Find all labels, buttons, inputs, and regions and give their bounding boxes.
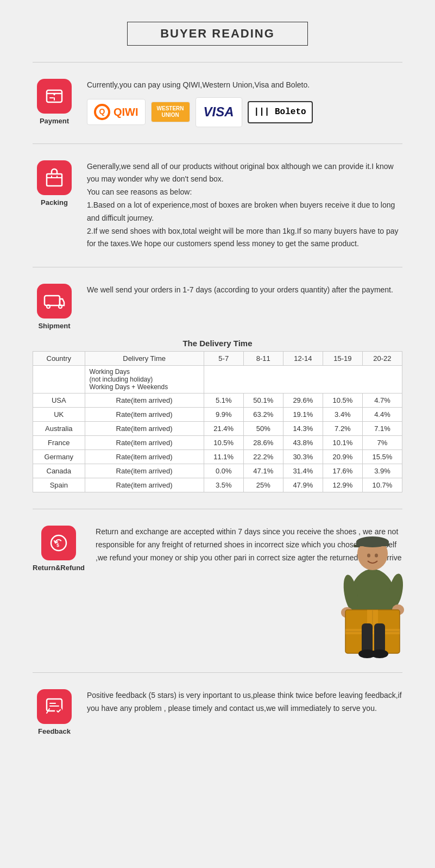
table-row: SpainRate(item arrived)3.5%25%47.9%12.9%… bbox=[33, 478, 402, 492]
feedback-label: Feedback bbox=[38, 727, 71, 735]
page-title: BUYER READING bbox=[127, 22, 308, 46]
divider-1 bbox=[33, 62, 402, 63]
page: BUYER READING Payment Currently,you can bbox=[0, 0, 435, 752]
payment-label: Payment bbox=[40, 117, 69, 125]
boleto-logo: ||| Boleto bbox=[248, 101, 313, 123]
payment-text: Currently,you can pay using QIWI,Western… bbox=[87, 79, 402, 92]
table-cell-value: 4.4% bbox=[362, 408, 402, 422]
shipment-top: Shipment We well send your orders in 1-7… bbox=[33, 284, 402, 330]
table-cell-rate: Rate(item arrived) bbox=[85, 394, 204, 408]
svg-rect-1 bbox=[47, 174, 62, 186]
shipment-text1: We well send your orders in 1-7 days (ac… bbox=[87, 284, 402, 297]
visa-logo: VISA bbox=[196, 97, 242, 127]
return-refund-section: $ Return&Refund Return and exchange are … bbox=[0, 520, 435, 629]
table-cell-value: 3.9% bbox=[362, 464, 402, 478]
packing-text2: You can see reasons as below: bbox=[87, 186, 402, 199]
table-row: GermanyRate(item arrived)11.1%22.2%30.3%… bbox=[33, 450, 402, 464]
table-cell-value: 50.1% bbox=[243, 394, 283, 408]
table-cell-country: Canada bbox=[33, 464, 85, 478]
divider-2 bbox=[33, 143, 402, 144]
packing-top: Packing Generally,we send all of our pro… bbox=[33, 160, 402, 251]
packing-icon bbox=[37, 160, 72, 195]
feedback-icon bbox=[37, 689, 72, 724]
table-cell-value: 10.5% bbox=[204, 436, 243, 450]
table-row: UKRate(item arrived)9.9%63.2%19.1%3.4%4.… bbox=[33, 408, 402, 422]
packing-icon-block: Packing bbox=[33, 160, 76, 207]
feedback-icon-block: Feedback bbox=[33, 689, 76, 735]
header-section: BUYER READING bbox=[0, 11, 435, 51]
svg-text:$: $ bbox=[56, 542, 59, 548]
packing-text1: Generally,we send all of our products wi… bbox=[87, 160, 402, 186]
payment-icon bbox=[37, 79, 72, 114]
feedback-text: Positive feedback (5 stars) is very inpo… bbox=[87, 689, 402, 715]
delivery-person-svg bbox=[326, 515, 419, 661]
table-cell-value: 7.2% bbox=[323, 422, 362, 436]
table-subheader-working-days: Working Days(not including holiday)Worki… bbox=[85, 366, 204, 394]
svg-point-12 bbox=[367, 554, 370, 558]
table-subheader-country bbox=[33, 366, 85, 394]
qiwi-text: QIWI bbox=[114, 103, 138, 121]
table-cell-value: 3.4% bbox=[323, 408, 362, 422]
shipment-icon-block: Shipment bbox=[33, 284, 76, 330]
svg-rect-24 bbox=[362, 623, 373, 653]
table-cell-value: 63.2% bbox=[243, 408, 283, 422]
svg-point-3 bbox=[47, 305, 50, 308]
table-cell-value: 0.0% bbox=[204, 464, 243, 478]
table-cell-value: 15.5% bbox=[362, 450, 402, 464]
shipment-section: Shipment We well send your orders in 1-7… bbox=[0, 278, 435, 498]
western-union-logo: WESTERNUNION bbox=[151, 102, 190, 122]
table-cell-value: 43.8% bbox=[283, 436, 323, 450]
return-refund-icon: $ bbox=[41, 526, 76, 560]
visa-text: VISA bbox=[204, 104, 234, 119]
return-refund-label: Return&Refund bbox=[33, 564, 85, 572]
payment-top: Payment Currently,you can pay using QIWI… bbox=[33, 79, 402, 127]
table-cell-value: 17.6% bbox=[323, 464, 362, 478]
feedback-top: Feedback Positive feedback (5 stars) is … bbox=[33, 689, 402, 735]
table-cell-value: 3.5% bbox=[204, 478, 243, 492]
table-row: USARate(item arrived)5.1%50.1%29.6%10.5%… bbox=[33, 394, 402, 408]
table-header-delivery-time: Delivery Time bbox=[85, 352, 204, 366]
table-cell-value: 12.9% bbox=[323, 478, 362, 492]
svg-point-4 bbox=[59, 305, 62, 308]
table-subheader-empty bbox=[204, 366, 402, 394]
svg-rect-25 bbox=[374, 623, 385, 653]
table-cell-value: 20.9% bbox=[323, 450, 362, 464]
packing-content: Generally,we send all of our products wi… bbox=[87, 160, 402, 251]
payment-logos: Q QIWI WESTERNUNION VISA ||| Boleto bbox=[87, 97, 402, 127]
divider-4 bbox=[33, 509, 402, 509]
table-cell-value: 11.1% bbox=[204, 450, 243, 464]
table-cell-rate: Rate(item arrived) bbox=[85, 478, 204, 492]
delivery-person-image bbox=[326, 515, 419, 661]
payment-icon-block: Payment bbox=[33, 79, 76, 125]
svg-rect-11 bbox=[354, 545, 360, 547]
table-cell-value: 9.9% bbox=[204, 408, 243, 422]
table-cell-value: 10.7% bbox=[362, 478, 402, 492]
svg-rect-2 bbox=[45, 296, 60, 305]
packing-text3: 1.Based on a lot of experience,most of b… bbox=[87, 199, 402, 225]
shipment-label: Shipment bbox=[38, 322, 70, 330]
table-cell-value: 29.6% bbox=[283, 394, 323, 408]
svg-rect-10 bbox=[356, 541, 389, 546]
table-header-20-22: 20-22 bbox=[362, 352, 402, 366]
qiwi-logo: Q QIWI bbox=[87, 99, 146, 125]
payment-content: Currently,you can pay using QIWI,Western… bbox=[87, 79, 402, 127]
table-row: CanadaRate(item arrived)0.0%47.1%31.4%17… bbox=[33, 464, 402, 478]
table-cell-value: 47.9% bbox=[283, 478, 323, 492]
table-cell-value: 31.4% bbox=[283, 464, 323, 478]
western-union-text: WESTERNUNION bbox=[157, 105, 184, 118]
packing-label: Packing bbox=[41, 198, 68, 207]
table-cell-value: 7% bbox=[362, 436, 402, 450]
delivery-tbody: USARate(item arrived)5.1%50.1%29.6%10.5%… bbox=[33, 394, 402, 492]
table-cell-country: USA bbox=[33, 394, 85, 408]
packing-section: Packing Generally,we send all of our pro… bbox=[0, 155, 435, 257]
table-cell-rate: Rate(item arrived) bbox=[85, 450, 204, 464]
shipment-icon bbox=[37, 284, 72, 319]
packing-text4: 2.If we send shoes with box,total weight… bbox=[87, 225, 402, 251]
table-cell-country: UK bbox=[33, 408, 85, 422]
table-cell-value: 28.6% bbox=[243, 436, 283, 450]
table-cell-value: 4.7% bbox=[362, 394, 402, 408]
table-cell-value: 5.1% bbox=[204, 394, 243, 408]
table-header-15-19: 15-19 bbox=[323, 352, 362, 366]
table-cell-value: 30.3% bbox=[283, 450, 323, 464]
feedback-content: Positive feedback (5 stars) is very inpo… bbox=[87, 689, 402, 715]
